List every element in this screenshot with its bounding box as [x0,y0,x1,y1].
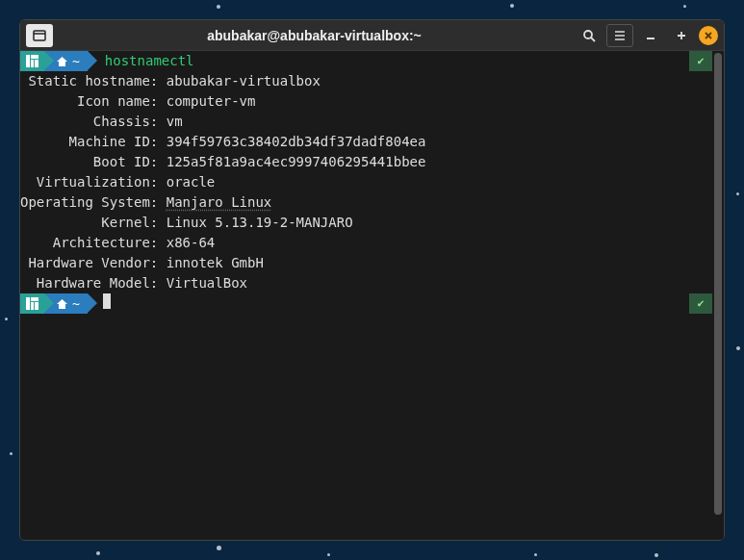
svg-point-2 [584,31,592,38]
output-line: Virtualization: oracle [20,172,712,192]
manjaro-logo-icon [20,51,44,71]
svg-rect-13 [31,55,38,59]
close-button[interactable] [699,26,718,45]
svg-rect-15 [35,60,38,67]
status-ok-badge: ✔ [689,293,712,314]
menu-button[interactable] [606,24,633,47]
terminal-window: abubakar@abubakar-virtualbox:~ [19,19,725,541]
output-line: Hardware Model: VirtualBox [20,273,712,293]
new-tab-button[interactable] [26,24,53,47]
output-line: Machine ID: 394f59763c38402db34df37dadf8… [20,132,712,152]
search-button[interactable] [576,24,603,47]
scrollbar[interactable] [712,51,724,540]
prompt-path-text: ~ [72,293,80,314]
output-line: Hardware Vendor: innotek GmbH [20,253,712,273]
home-icon [56,56,68,67]
home-icon [56,298,68,310]
output-line: Icon name: computer-vm [20,91,712,112]
svg-rect-0 [34,31,45,40]
minimize-button[interactable] [637,24,664,47]
prompt-line-current[interactable]: ~ ✔ [20,293,712,314]
svg-rect-12 [26,55,30,67]
cursor [103,293,111,309]
command-output: Static hostname: abubakar-virtualbox Ico… [20,71,712,293]
output-line: Static hostname: abubakar-virtualbox [20,71,712,91]
terminal-content[interactable]: ~ hostnamectl ✔ Static hostname: abubaka… [20,51,712,540]
output-line: Kernel: Linux 5.13.19-2-MANJARO [20,213,712,233]
maximize-button[interactable] [668,24,695,47]
scrollbar-thumb[interactable] [714,53,722,515]
svg-line-3 [591,38,595,41]
output-line: Chassis: vm [20,112,712,132]
svg-rect-17 [31,297,38,301]
output-line: Architecture: x86-64 [20,233,712,253]
manjaro-logo-icon [20,293,44,314]
status-ok-badge: ✔ [689,51,712,71]
svg-rect-19 [35,302,38,310]
command-text: hostnamectl [88,51,194,71]
terminal-body[interactable]: ~ hostnamectl ✔ Static hostname: abubaka… [20,51,724,540]
svg-rect-16 [26,297,30,310]
output-line: Operating System: Manjaro Linux [20,192,712,213]
window-title: abubakar@abubakar-virtualbox:~ [57,28,572,43]
prompt-path-text: ~ [72,51,80,71]
output-line: Boot ID: 125a5f81a9ac4ec9997406295441bbe… [20,152,712,172]
svg-rect-18 [31,302,34,310]
prompt-line: ~ hostnamectl ✔ [20,51,712,71]
titlebar: abubakar@abubakar-virtualbox:~ [20,20,724,51]
svg-rect-14 [31,60,34,67]
